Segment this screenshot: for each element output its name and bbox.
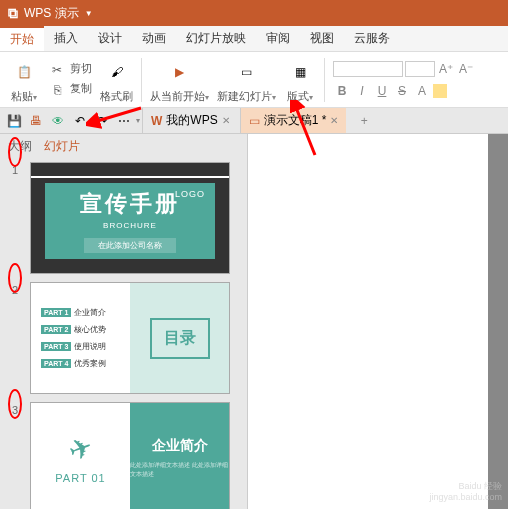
sidetab-slides[interactable]: 幻灯片 — [44, 138, 80, 155]
font-family-select[interactable] — [333, 61, 403, 77]
thumb-number: 2 — [12, 282, 24, 394]
doctab-doc1[interactable]: ▭ 演示文稿1 * ✕ — [240, 108, 347, 133]
watermark-url: jingyan.baidu.com — [429, 492, 502, 503]
wps-icon: W — [151, 114, 162, 128]
bold-button[interactable]: B — [333, 82, 351, 100]
slide3-desc: 此处添加详细文本描述 此处添加详细文本描述 — [130, 461, 229, 479]
thumb-number: 1 — [12, 162, 24, 274]
doctab-doc1-label: 演示文稿1 * — [264, 112, 327, 129]
font-color-button[interactable]: A — [413, 82, 431, 100]
app-name: WPS 演示 — [24, 5, 79, 22]
toc-item-3: PART 3使用说明 — [41, 341, 120, 352]
plane-icon: ✈ — [64, 430, 97, 469]
new-slide-button[interactable]: ▭ — [231, 56, 263, 88]
format-painter-button[interactable]: 🖌 — [101, 56, 133, 88]
qat-save-icon[interactable]: 💾 — [4, 111, 24, 131]
slide3-title: 企业简介 — [152, 437, 208, 455]
cut-icon[interactable]: ✂ — [48, 61, 66, 79]
qat-more-icon[interactable]: ⋯ — [114, 111, 134, 131]
doctab-mywps-label: 我的WPS — [166, 112, 217, 129]
watermark-brand: Baidu 经验 — [429, 481, 502, 492]
quick-access-bar: 💾 🖶 👁 ↶ ↷ ⋯ ▾ W 我的WPS ✕ ▭ 演示文稿1 * ✕ + — [0, 108, 508, 134]
layout-label: 版式▾ — [287, 89, 313, 104]
thumb-number: 3 — [12, 402, 24, 509]
caret-down-icon[interactable]: ▼ — [85, 9, 93, 18]
close-icon[interactable]: ✕ — [222, 115, 230, 126]
side-tabs: 大纲 幻灯片 — [0, 134, 247, 158]
doctab-mywps[interactable]: W 我的WPS ✕ — [142, 108, 238, 133]
menu-bar: 开始 插入 设计 动画 幻灯片放映 审阅 视图 云服务 — [0, 26, 508, 52]
italic-button[interactable]: I — [353, 82, 371, 100]
slide1-title: 宣传手册 — [80, 189, 180, 219]
main-area: 大纲 幻灯片 1 LOGO 宣传手册 BROCHURE 在此添加公司名称 2 — [0, 134, 508, 509]
title-bar: ⧉ WPS 演示 ▼ — [0, 0, 508, 26]
presentation-icon: ▭ — [249, 114, 260, 128]
new-slide-icon: ▭ — [241, 65, 252, 79]
slide-thumb-1[interactable]: LOGO 宣传手册 BROCHURE 在此添加公司名称 — [30, 162, 230, 274]
ribbon: 📋 粘贴▾ ✂剪切 ⎘复制 🖌 格式刷 ▶ 从当前开始▾ ▭ 新建幻灯片▾ ▦ … — [0, 52, 508, 108]
play-icon: ▶ — [175, 65, 184, 79]
thumb-row-1: 1 LOGO 宣传手册 BROCHURE 在此添加公司名称 — [12, 162, 235, 274]
tab-review[interactable]: 审阅 — [256, 26, 300, 51]
qat-preview-icon[interactable]: 👁 — [48, 111, 68, 131]
paste-button[interactable]: 📋 — [8, 56, 40, 88]
side-panel: 大纲 幻灯片 1 LOGO 宣传手册 BROCHURE 在此添加公司名称 2 — [0, 134, 248, 509]
copy-label[interactable]: 复制 — [70, 81, 92, 99]
toc-item-2: PART 2核心优势 — [41, 324, 120, 335]
tab-insert[interactable]: 插入 — [44, 26, 88, 51]
qat-print-icon[interactable]: 🖶 — [26, 111, 46, 131]
highlight-button[interactable] — [433, 84, 447, 98]
add-tab-icon[interactable]: + — [354, 111, 374, 131]
tab-start[interactable]: 开始 — [0, 26, 44, 51]
toc-title: 目录 — [150, 318, 210, 359]
format-painter-label: 格式刷 — [100, 89, 133, 104]
tab-cloud[interactable]: 云服务 — [344, 26, 400, 51]
copy-icon[interactable]: ⎘ — [48, 81, 66, 99]
brush-icon: 🖌 — [111, 65, 123, 79]
layout-icon: ▦ — [295, 65, 306, 79]
slide-thumb-2[interactable]: PART 1PART 1 企业简介企业简介 PART 2核心优势 PART 3使… — [30, 282, 230, 394]
underline-button[interactable]: U — [373, 82, 391, 100]
new-slide-label: 新建幻灯片▾ — [217, 89, 276, 104]
current-slide[interactable] — [248, 134, 488, 509]
thumbnails: 1 LOGO 宣传手册 BROCHURE 在此添加公司名称 2 PART 1PA… — [0, 158, 247, 509]
divider — [324, 58, 325, 102]
qat-undo-icon[interactable]: ↶ — [70, 111, 90, 131]
tab-slideshow[interactable]: 幻灯片放映 — [176, 26, 256, 51]
thumb-row-2: 2 PART 1PART 1 企业简介企业简介 PART 2核心优势 PART … — [12, 282, 235, 394]
tab-view[interactable]: 视图 — [300, 26, 344, 51]
clipboard-icon: 📋 — [17, 65, 32, 79]
slide1-company: 在此添加公司名称 — [84, 238, 176, 253]
slide-thumb-3[interactable]: ✈ PART 01 企业简介 此处添加详细文本描述 此处添加详细文本描述 — [30, 402, 230, 509]
qat-redo-icon[interactable]: ↷ — [92, 111, 112, 131]
increase-size-icon[interactable]: A⁺ — [437, 60, 455, 78]
sidetab-outline[interactable]: 大纲 — [8, 138, 32, 155]
qat-caret-icon[interactable]: ▾ — [136, 116, 140, 125]
thumb-row-3: 3 ✈ PART 01 企业简介 此处添加详细文本描述 此处添加详细文本描述 — [12, 402, 235, 509]
from-current-label: 从当前开始▾ — [150, 89, 209, 104]
tab-design[interactable]: 设计 — [88, 26, 132, 51]
slide1-logo: LOGO — [175, 189, 205, 199]
cut-label[interactable]: 剪切 — [70, 61, 92, 79]
slide1-subtitle: BROCHURE — [103, 221, 157, 230]
font-size-select[interactable] — [405, 61, 435, 77]
toc-item-4: PART 4优秀案例 — [41, 358, 120, 369]
layout-button[interactable]: ▦ — [284, 56, 316, 88]
tab-animation[interactable]: 动画 — [132, 26, 176, 51]
toc-item-1: PART 1PART 1 企业简介企业简介 — [41, 307, 120, 318]
edit-area — [248, 134, 508, 509]
strike-button[interactable]: S — [393, 82, 411, 100]
from-current-button[interactable]: ▶ — [164, 56, 196, 88]
decrease-size-icon[interactable]: A⁻ — [457, 60, 475, 78]
close-icon[interactable]: ✕ — [330, 115, 338, 126]
app-logo-icon: ⧉ — [8, 5, 18, 22]
watermark: Baidu 经验 jingyan.baidu.com — [429, 481, 502, 503]
slide3-part: PART 01 — [55, 472, 105, 484]
paste-label: 粘贴▾ — [11, 89, 37, 104]
divider — [141, 58, 142, 102]
